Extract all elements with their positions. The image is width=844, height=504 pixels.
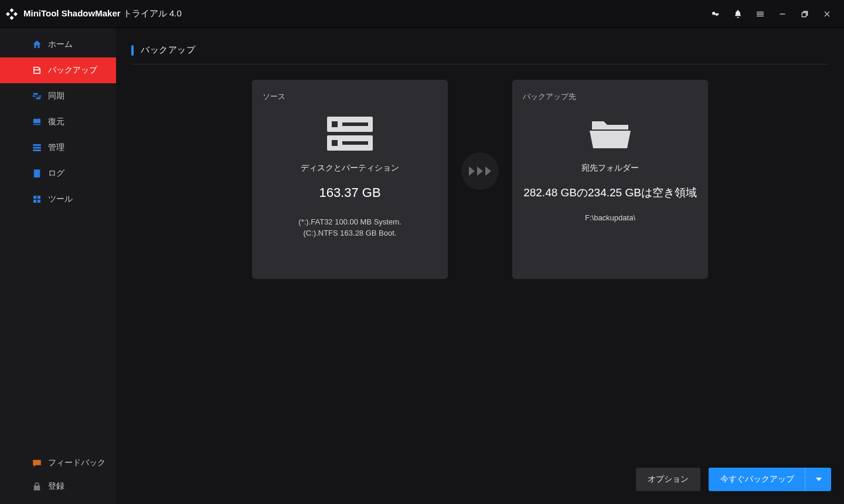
page-header: バックアップ — [116, 28, 844, 62]
sidebar-item-label: 管理 — [48, 142, 64, 153]
svg-rect-3 — [342, 122, 368, 126]
svg-rect-0 — [780, 13, 785, 14]
backup-now-button-label: 今すぐバックアップ — [720, 474, 794, 485]
feedback-icon — [32, 458, 42, 468]
sidebar-item-log[interactable]: ログ — [0, 161, 116, 186]
window-controls — [710, 9, 838, 19]
destination-card-free: 282.48 GBの234.25 GBは空き領域 — [523, 185, 697, 200]
svg-rect-6 — [342, 141, 368, 145]
options-button-label: オプション — [648, 474, 689, 485]
disk-icon — [327, 115, 373, 152]
sidebar-item-sync[interactable]: 同期 — [0, 83, 116, 109]
manage-icon — [32, 142, 42, 153]
sidebar-item-register[interactable]: 登録 — [0, 475, 116, 498]
destination-card-label: バックアップ先 — [523, 91, 697, 102]
sync-icon — [32, 91, 42, 101]
sidebar-item-label: ツール — [48, 194, 73, 205]
source-card[interactable]: ソース ディスクとパーティション 163.37 GB (*:).FAT32 10… — [252, 80, 448, 279]
page-title: バックアップ — [141, 45, 195, 56]
sidebar-item-label: バックアップ — [48, 65, 97, 76]
lock-icon — [32, 481, 42, 492]
sidebar-item-home[interactable]: ホーム — [0, 32, 116, 57]
transfer-arrow-icon — [461, 152, 499, 190]
titlebar: MiniTool ShadowMaker トライアル 4.0 — [0, 0, 844, 28]
menu-icon[interactable] — [755, 9, 765, 19]
accent-bar — [131, 45, 134, 56]
log-icon — [32, 168, 42, 179]
sidebar-item-restore[interactable]: 復元 — [0, 109, 116, 135]
footer-actions: オプション 今すぐバックアップ — [636, 468, 831, 491]
app-logo: MiniTool ShadowMaker トライアル 4.0 — [5, 7, 182, 21]
destination-card-subtitle: 宛先フォルダー — [523, 163, 697, 173]
sidebar-item-label: フィードバック — [48, 458, 106, 468]
source-card-size: 163.37 GB — [263, 185, 437, 200]
restore-icon — [32, 117, 42, 127]
folder-open-icon — [588, 115, 632, 152]
app-title: MiniTool ShadowMaker トライアル 4.0 — [23, 8, 182, 19]
source-card-lines: (*:).FAT32 100.00 MB System. (C:).NTFS 1… — [263, 217, 437, 239]
minimize-icon[interactable] — [777, 9, 788, 19]
cards-row: ソース ディスクとパーティション 163.37 GB (*:).FAT32 10… — [116, 64, 844, 279]
sidebar-item-label: 登録 — [48, 481, 64, 492]
tools-icon — [32, 194, 42, 205]
close-icon[interactable] — [822, 9, 832, 19]
backup-icon — [32, 65, 42, 76]
backup-now-button[interactable]: 今すぐバックアップ — [709, 468, 831, 491]
button-divider — [805, 468, 805, 491]
source-card-label: ソース — [263, 91, 437, 102]
destination-card-path: F:\backupdata\ — [523, 213, 697, 222]
maximize-icon[interactable] — [799, 9, 810, 19]
sidebar-item-label: 復元 — [48, 117, 64, 127]
key-icon[interactable] — [710, 9, 721, 19]
svg-rect-5 — [332, 140, 338, 146]
source-line: (*:).FAT32 100.00 MB System. — [263, 217, 437, 228]
bell-icon[interactable] — [733, 9, 743, 19]
sidebar-item-label: ホーム — [48, 39, 73, 50]
sidebar-item-label: 同期 — [48, 91, 64, 101]
sidebar-item-label: ログ — [48, 168, 64, 179]
chevron-down-icon[interactable] — [816, 476, 822, 482]
source-line: (C:).NTFS 163.28 GB Boot. — [263, 228, 437, 239]
sidebar-item-tools[interactable]: ツール — [0, 186, 116, 212]
sidebar-item-feedback[interactable]: フィードバック — [0, 451, 116, 475]
sidebar-item-backup[interactable]: バックアップ — [0, 57, 116, 83]
main-content: バックアップ ソース ディスクとパーティション 163 — [116, 28, 844, 504]
source-card-subtitle: ディスクとパーティション — [263, 163, 437, 173]
home-icon — [32, 39, 42, 50]
options-button[interactable]: オプション — [636, 468, 700, 491]
sidebar: ホーム バックアップ 同期 復元 管理 — [0, 28, 116, 504]
sidebar-item-manage[interactable]: 管理 — [0, 135, 116, 161]
app-logo-icon — [5, 7, 19, 21]
svg-rect-2 — [332, 121, 338, 127]
destination-card[interactable]: バックアップ先 宛先フォルダー 282.48 GBの234.25 GBは空き領域… — [512, 80, 708, 279]
